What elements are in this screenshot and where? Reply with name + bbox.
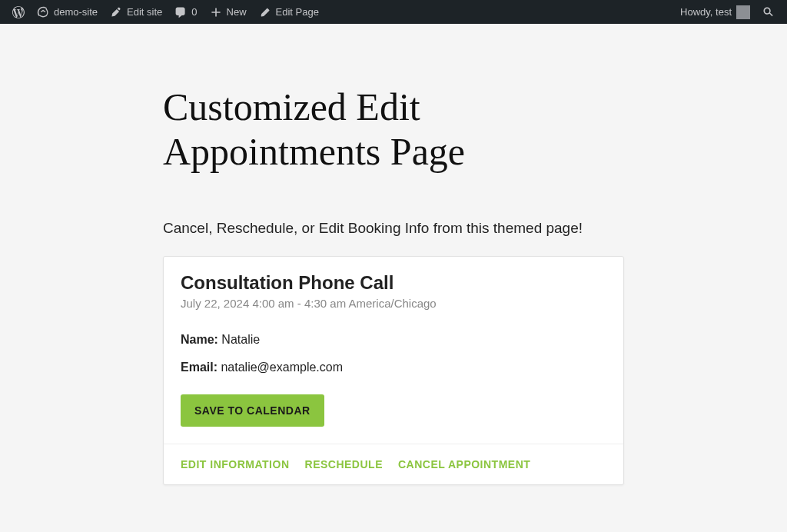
save-to-calendar-button[interactable]: SAVE TO CALENDAR	[181, 394, 324, 427]
email-label: Email:	[181, 361, 221, 374]
admin-bar-right: Howdy, test	[674, 0, 781, 24]
wp-admin-bar: demo-site Edit site 0 New Edit Page	[0, 0, 787, 24]
appointment-email-row: Email: natalie@example.com	[181, 361, 606, 374]
comments-count: 0	[191, 6, 197, 18]
name-label: Name:	[181, 333, 221, 346]
edit-information-link[interactable]: EDIT INFORMATION	[181, 458, 290, 470]
email-value: natalie@example.com	[221, 361, 343, 374]
site-name-menu[interactable]: demo-site	[31, 0, 104, 24]
page-subtitle: Cancel, Reschedule, or Edit Booking Info…	[163, 220, 624, 237]
appointment-name-row: Name: Natalie	[181, 333, 606, 347]
card-footer: EDIT INFORMATION RESCHEDULE CANCEL APPOI…	[164, 444, 623, 484]
greeting-label: Howdy, test	[680, 6, 732, 18]
edit-site-label: Edit site	[127, 6, 162, 18]
dashboard-icon	[37, 6, 49, 18]
page-content: Customized Edit Appointments Page Cancel…	[148, 24, 639, 516]
search-menu[interactable]	[756, 0, 781, 24]
edit-site-icon	[110, 6, 122, 18]
card-body: Consultation Phone Call July 22, 2024 4:…	[164, 257, 623, 444]
comments-icon	[174, 6, 187, 18]
edit-page-menu[interactable]: Edit Page	[253, 0, 325, 24]
cancel-appointment-link[interactable]: CANCEL APPOINTMENT	[398, 458, 530, 470]
edit-page-label: Edit Page	[276, 6, 319, 18]
comments-menu[interactable]: 0	[168, 0, 203, 24]
wp-logo-menu[interactable]	[6, 0, 31, 24]
edit-site-menu[interactable]: Edit site	[104, 0, 168, 24]
plus-icon	[210, 6, 222, 18]
page-title: Customized Edit Appointments Page	[163, 85, 624, 174]
site-name-label: demo-site	[54, 6, 98, 18]
name-value: Natalie	[221, 333, 260, 346]
new-content-menu[interactable]: New	[204, 0, 253, 24]
appointment-title: Consultation Phone Call	[181, 272, 606, 294]
reschedule-link[interactable]: RESCHEDULE	[305, 458, 383, 470]
appointment-card: Consultation Phone Call July 22, 2024 4:…	[163, 256, 624, 485]
user-greeting-menu[interactable]: Howdy, test	[674, 0, 756, 24]
admin-bar-left: demo-site Edit site 0 New Edit Page	[6, 0, 325, 24]
new-label: New	[227, 6, 247, 18]
avatar	[736, 5, 750, 19]
pencil-icon	[259, 6, 271, 18]
wordpress-icon	[12, 6, 25, 18]
search-icon	[762, 6, 775, 18]
appointment-datetime: July 22, 2024 4:00 am - 4:30 am America/…	[181, 297, 606, 310]
